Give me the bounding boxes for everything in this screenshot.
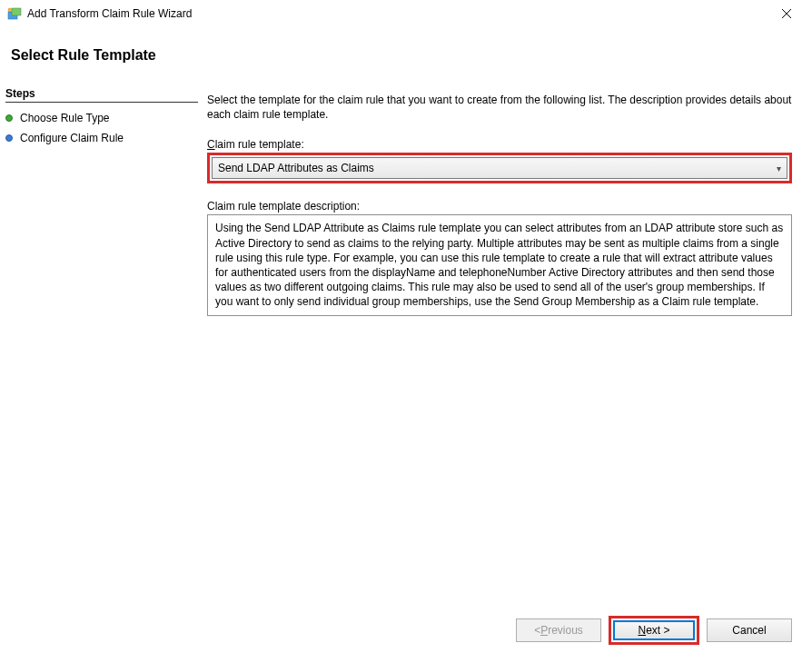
close-button[interactable] [768,1,805,26]
window-title: Add Transform Claim Rule Wizard [27,7,768,20]
main-panel: Select the template for the claim rule t… [198,85,812,656]
steps-sidebar: Steps Choose Rule Type Configure Claim R… [0,85,198,656]
steps-heading: Steps [5,85,198,103]
template-description: Using the Send LDAP Attribute as Claims … [207,214,792,315]
previous-button: < Previous [516,618,601,642]
step-choose-rule-type[interactable]: Choose Rule Type [5,108,198,128]
instruction-text: Select the template for the claim rule t… [207,93,792,122]
step-label: Configure Claim Rule [20,132,124,144]
template-label: Claim rule template: [207,138,792,151]
page-title: Select Rule Template [11,47,801,64]
wizard-button-row: < Previous Next > Cancel [516,616,792,645]
claim-rule-template-dropdown[interactable]: Send LDAP Attributes as Claims ▾ [212,157,787,179]
step-configure-claim-rule[interactable]: Configure Claim Rule [5,128,198,148]
description-label: Claim rule template description: [207,200,792,213]
step-label: Choose Rule Type [20,112,110,124]
cancel-button[interactable]: Cancel [707,618,792,642]
template-dropdown-highlight: Send LDAP Attributes as Claims ▾ [207,153,792,183]
svg-rect-1 [12,8,21,15]
next-button[interactable]: Next > [613,620,695,640]
app-icon [7,6,22,21]
chevron-down-icon: ▾ [777,163,781,173]
step-done-icon [5,114,13,122]
next-button-highlight: Next > [609,616,699,645]
step-pending-icon [5,134,13,142]
svg-point-2 [8,8,12,12]
dropdown-value: Send LDAP Attributes as Claims [218,162,374,174]
heading-area: Select Rule Template [0,27,812,85]
titlebar: Add Transform Claim Rule Wizard [0,0,812,27]
